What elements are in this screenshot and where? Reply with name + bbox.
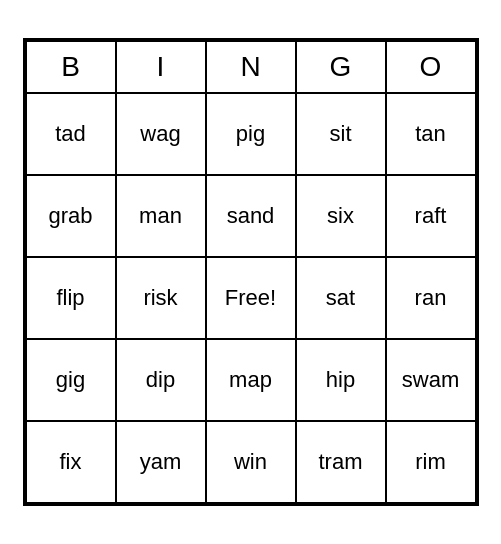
cell-r0-c2: pig — [206, 93, 296, 175]
bingo-card: BINGO tadwagpigsittangrabmansandsixraftf… — [23, 38, 479, 506]
cell-r3-c2: map — [206, 339, 296, 421]
header-cell-b: B — [26, 41, 116, 93]
cell-r4-c4: rim — [386, 421, 476, 503]
header-cell-i: I — [116, 41, 206, 93]
table-row: grabmansandsixraft — [26, 175, 476, 257]
cell-r0-c0: tad — [26, 93, 116, 175]
cell-r0-c1: wag — [116, 93, 206, 175]
cell-r1-c1: man — [116, 175, 206, 257]
cell-r3-c4: swam — [386, 339, 476, 421]
cell-r2-c3: sat — [296, 257, 386, 339]
cell-r2-c4: ran — [386, 257, 476, 339]
cell-r4-c0: fix — [26, 421, 116, 503]
cell-r1-c3: six — [296, 175, 386, 257]
cell-r3-c1: dip — [116, 339, 206, 421]
header-cell-o: O — [386, 41, 476, 93]
bingo-table: BINGO tadwagpigsittangrabmansandsixraftf… — [25, 40, 477, 504]
cell-r0-c4: tan — [386, 93, 476, 175]
header-cell-n: N — [206, 41, 296, 93]
cell-r2-c0: flip — [26, 257, 116, 339]
cell-r3-c0: gig — [26, 339, 116, 421]
cell-r1-c2: sand — [206, 175, 296, 257]
table-row: gigdipmaphipswam — [26, 339, 476, 421]
table-row: flipriskFree!satran — [26, 257, 476, 339]
table-row: fixyamwintramrim — [26, 421, 476, 503]
cell-r2-c1: risk — [116, 257, 206, 339]
cell-r4-c2: win — [206, 421, 296, 503]
table-row: tadwagpigsittan — [26, 93, 476, 175]
cell-r1-c4: raft — [386, 175, 476, 257]
cell-r1-c0: grab — [26, 175, 116, 257]
cell-r2-c2: Free! — [206, 257, 296, 339]
cell-r3-c3: hip — [296, 339, 386, 421]
cell-r0-c3: sit — [296, 93, 386, 175]
header-row: BINGO — [26, 41, 476, 93]
cell-r4-c3: tram — [296, 421, 386, 503]
cell-r4-c1: yam — [116, 421, 206, 503]
header-cell-g: G — [296, 41, 386, 93]
